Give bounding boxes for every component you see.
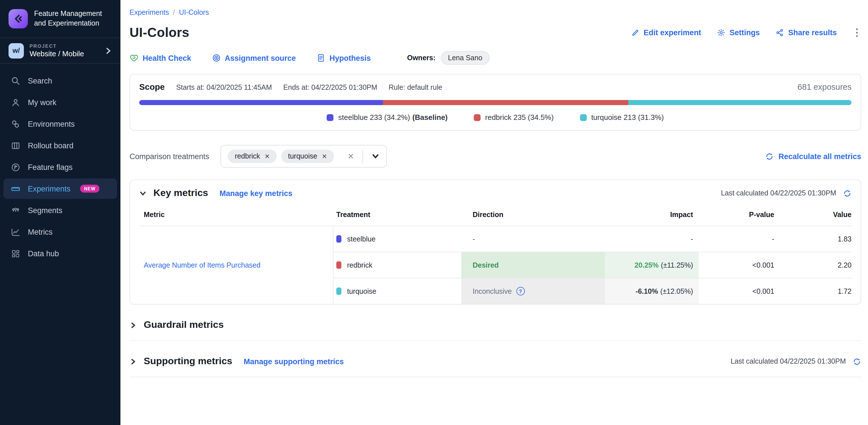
direction-cell-inconclusive: Inconclusive? bbox=[461, 278, 605, 304]
share-results-button[interactable]: Share results bbox=[776, 28, 837, 37]
project-badge: w/ bbox=[8, 43, 24, 58]
direction-cell: - bbox=[461, 226, 605, 252]
legend-item-redbrick: redbrick 235 (34.5%) bbox=[474, 113, 554, 122]
hypothesis-link[interactable]: Hypothesis bbox=[316, 53, 371, 62]
legend-swatch bbox=[474, 114, 480, 121]
legend-label: redbrick 235 (34.5%) bbox=[485, 113, 554, 122]
settings-button[interactable]: Settings bbox=[717, 28, 760, 37]
collapse-chevron-right-icon[interactable] bbox=[129, 321, 137, 329]
sidebar-nav: Search My work Environments Rollout boar… bbox=[0, 64, 120, 270]
value-cell: 2.20 bbox=[774, 252, 851, 278]
baseline-label: (Baseline) bbox=[412, 113, 447, 122]
gear-icon bbox=[717, 28, 725, 37]
scope-title: Scope bbox=[139, 82, 165, 91]
breadcrumb-experiments-link[interactable]: Experiments bbox=[129, 8, 169, 17]
clear-all-icon[interactable]: ✕ bbox=[347, 152, 354, 161]
guardrail-metrics-section: Guardrail metrics bbox=[129, 319, 861, 341]
scope-starts-at: Starts at: 04/20/2025 11:45AM bbox=[176, 84, 272, 91]
sidebar-item-rollout-board[interactable]: Rollout board bbox=[3, 135, 117, 156]
settings-label: Settings bbox=[730, 28, 760, 37]
chevron-down-icon[interactable] bbox=[372, 152, 380, 160]
metric-link[interactable]: Average Number of Items Purchased bbox=[144, 261, 260, 269]
bar-segment-turquoise bbox=[628, 100, 851, 105]
treatment-name: turquoise bbox=[347, 287, 376, 295]
last-calculated-text: Last calculated 04/22/2025 01:30PM bbox=[721, 189, 836, 197]
sidebar-item-label: Environments bbox=[28, 120, 75, 128]
share-results-label: Share results bbox=[788, 28, 837, 37]
new-badge: NEW bbox=[80, 185, 99, 192]
sidebar-item-data-hub[interactable]: Data hub bbox=[3, 243, 117, 264]
chip-turquoise[interactable]: turquoise ✕ bbox=[281, 149, 334, 163]
project-switcher[interactable]: w/ PROJECT Website / Mobile bbox=[0, 38, 120, 64]
sidebar-item-label: Segments bbox=[28, 206, 62, 214]
chip-label: turquoise bbox=[288, 152, 317, 160]
sidebar-item-label: My work bbox=[28, 98, 57, 107]
chip-remove-icon[interactable]: ✕ bbox=[322, 153, 327, 160]
select-divider bbox=[363, 149, 363, 163]
ruler-icon bbox=[11, 184, 21, 193]
sidebar-item-label: Metrics bbox=[28, 227, 53, 236]
exposures-count: 681 exposures bbox=[798, 82, 851, 91]
sidebar-item-label: Search bbox=[28, 77, 52, 85]
col-impact: Impact bbox=[605, 211, 699, 219]
recalculate-all-metrics-button[interactable]: Recalculate all metrics bbox=[766, 152, 861, 160]
breadcrumb-separator: / bbox=[173, 8, 175, 17]
collapse-chevron-right-icon[interactable] bbox=[129, 358, 137, 365]
owners-label: Owners: bbox=[407, 54, 435, 62]
breadcrumb-current-link[interactable]: UI-Colors bbox=[179, 8, 209, 17]
sidebar-item-metrics[interactable]: Metrics bbox=[3, 221, 117, 242]
col-value: Value bbox=[774, 211, 851, 219]
col-direction: Direction bbox=[461, 211, 605, 219]
sidebar-item-label: Data hub bbox=[28, 249, 59, 258]
health-check-link[interactable]: Health Check bbox=[129, 53, 191, 62]
quick-links-row: Health Check Assignment source Hypothesi… bbox=[129, 51, 861, 65]
search-icon bbox=[11, 76, 21, 86]
pencil-icon bbox=[631, 28, 640, 37]
pvalue-cell: - bbox=[699, 226, 774, 252]
chip-label: redbrick bbox=[235, 152, 260, 160]
assignment-source-link[interactable]: Assignment source bbox=[212, 53, 296, 62]
sidebar-item-feature-flags[interactable]: Feature flags bbox=[3, 157, 117, 177]
sidebar: Feature Management and Experimentation w… bbox=[0, 0, 120, 425]
sidebar-item-search[interactable]: Search bbox=[3, 70, 117, 91]
treatment-name: steelblue bbox=[347, 235, 375, 243]
manage-supporting-metrics-link[interactable]: Manage supporting metrics bbox=[244, 357, 344, 366]
treatment-distribution-bar bbox=[139, 100, 851, 105]
manage-key-metrics-link[interactable]: Manage key metrics bbox=[220, 189, 292, 198]
edit-experiment-button[interactable]: Edit experiment bbox=[631, 28, 701, 37]
value-cell: 1.72 bbox=[774, 278, 851, 304]
chip-remove-icon[interactable]: ✕ bbox=[265, 153, 270, 160]
chevron-right-icon bbox=[104, 47, 112, 54]
refresh-icon[interactable] bbox=[852, 357, 861, 366]
collapse-chevron-down-icon[interactable] bbox=[139, 189, 147, 197]
sidebar-item-label: Feature flags bbox=[28, 163, 73, 171]
edit-experiment-label: Edit experiment bbox=[644, 28, 701, 37]
refresh-icon bbox=[766, 152, 774, 160]
impact-cell: - bbox=[605, 226, 699, 252]
scope-rule: Rule: default rule bbox=[389, 84, 442, 91]
split-logo-icon bbox=[8, 9, 28, 28]
treatment-swatch bbox=[336, 261, 341, 269]
heart-check-icon bbox=[129, 53, 138, 62]
sidebar-item-my-work[interactable]: My work bbox=[3, 92, 117, 113]
more-options-button[interactable] bbox=[852, 27, 861, 38]
sidebar-item-segments[interactable]: Segments bbox=[3, 200, 117, 220]
owners-block: Owners: Lena Sano bbox=[407, 51, 490, 65]
app-window: Feature Management and Experimentation w… bbox=[0, 0, 868, 425]
sidebar-item-experiments[interactable]: Experiments NEW bbox=[3, 178, 117, 199]
treatment-legend: steelblue 233 (34.2%) (Baseline) redbric… bbox=[139, 113, 851, 122]
refresh-icon[interactable] bbox=[843, 189, 851, 198]
treatments-multiselect[interactable]: redbrick ✕ turquoise ✕ ✕ bbox=[221, 145, 387, 168]
chip-redbrick[interactable]: redbrick ✕ bbox=[228, 149, 277, 163]
col-metric: Metric bbox=[139, 211, 334, 219]
pvalue-cell: <0.001 bbox=[699, 252, 774, 278]
table-row-redbrick: redbrick Desired 20.25%(±11.25%) <0.001 … bbox=[334, 252, 851, 278]
treatment-name: redbrick bbox=[347, 261, 372, 269]
board-columns-icon bbox=[11, 141, 21, 150]
help-question-icon[interactable]: ? bbox=[516, 287, 525, 296]
owner-pill[interactable]: Lena Sano bbox=[440, 51, 490, 65]
key-metrics-table: Metric Treatment Direction Impact P-valu… bbox=[139, 204, 851, 304]
project-name: Website / Mobile bbox=[30, 50, 84, 58]
app-logo-block: Feature Management and Experimentation bbox=[0, 0, 120, 38]
sidebar-item-environments[interactable]: Environments bbox=[3, 114, 117, 134]
